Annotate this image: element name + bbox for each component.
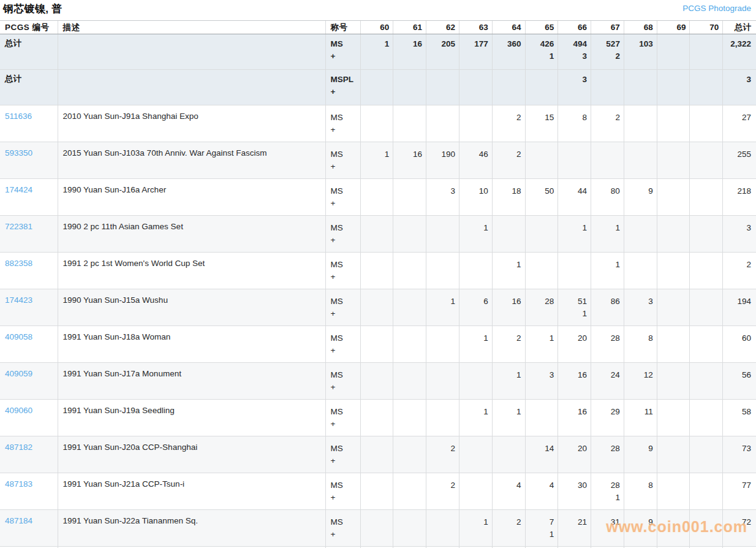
designation-cell: MS+ [325, 105, 360, 142]
cell-value: 194 [724, 295, 751, 308]
description-cell: 2015 Yuan Sun-J103a 70th Anniv. War Agai… [58, 142, 325, 179]
table-row: 5933502015 Yuan Sun-J103a 70th Anniv. Wa… [0, 142, 756, 179]
cell-value: 1 [461, 406, 488, 418]
pcgs-id-cell: 487182 [0, 436, 58, 473]
cell-value: 18 [494, 185, 521, 197]
table-row: 1744231990 Yuan Sun-J15a WushuMS+1616285… [0, 289, 756, 326]
grade-cell-66: 20 [558, 326, 591, 363]
pcgs-id-cell: 409060 [0, 400, 58, 436]
pcgs-id-link[interactable]: 487184 [5, 516, 32, 525]
cell-value: 14 [527, 443, 554, 455]
pcgs-id-link[interactable]: 487182 [5, 443, 32, 452]
cell-value: 20 [559, 443, 587, 455]
pcgs-id-link[interactable]: 593350 [5, 148, 32, 158]
grade-cell-68: 12 [624, 363, 657, 400]
pcgs-id-link[interactable]: 409060 [5, 406, 32, 415]
cell-value: 9 [626, 443, 653, 455]
grade-cell-62: 1 [426, 289, 459, 326]
pcgs-id-link[interactable]: 722381 [5, 222, 32, 231]
cell-value: MS [331, 112, 358, 124]
designation-cell: MS+ [325, 253, 360, 289]
pcgs-id-link[interactable]: 174424 [5, 185, 32, 194]
grade-cell-63: 177 [459, 34, 492, 70]
grade-cell-68: 8 [624, 473, 657, 510]
total-cell: 56 [723, 363, 756, 400]
cell-value: 16 [559, 369, 587, 381]
description-cell: 1991 2 pc 1st Women's World Cup Set [58, 253, 325, 289]
grade-cell-70 [690, 326, 723, 363]
grade-cell-60 [360, 400, 393, 436]
cell-value: 1 [494, 406, 521, 418]
grade-cell-67: 1 [591, 253, 624, 289]
photograde-link[interactable]: PCGS Photograde [682, 4, 751, 13]
header-cell-61: 61 [393, 21, 426, 34]
cell-value: 2 [494, 148, 521, 161]
grade-cell-65: 71 [525, 510, 558, 547]
cell-plus-count: 1 [559, 308, 587, 320]
cell-value: 27 [724, 112, 751, 124]
grade-cell-62: 2 [426, 473, 459, 510]
total-cell: 77 [723, 473, 756, 510]
table-row: 4090581991 Yuan Sun-J18a WomanMS+1212028… [0, 326, 756, 363]
pcgs-id-cell: 722381 [0, 216, 58, 253]
cell-value: 177 [461, 38, 488, 50]
pcgs-id-cell: 511636 [0, 105, 58, 142]
grade-cell-70 [690, 105, 723, 142]
cell-value: 1 [461, 516, 488, 528]
header-cell-60: 60 [360, 21, 393, 34]
grade-cell-69 [657, 436, 690, 473]
grade-cell-64 [492, 70, 525, 105]
grade-cell-66: 16 [558, 363, 591, 400]
top-bar: 钢芯镀镍, 普 PCGS Photograde [0, 0, 756, 20]
designation-cell: MS+ [325, 436, 360, 473]
cell-value: 1 [527, 332, 554, 344]
grade-cell-69 [657, 400, 690, 436]
pcgs-id-link[interactable]: 409059 [5, 369, 32, 378]
cell-value: 1 [461, 332, 488, 344]
cell-value: 426 [527, 38, 554, 50]
header-cell-69: 69 [657, 21, 690, 34]
cell-value: 77 [724, 479, 751, 492]
cell-value: MS [331, 295, 358, 308]
description-cell: 1990 Yuan Sun-J16a Archer [58, 179, 325, 216]
table-header-row: PCGS 编号描述称号6061626364656667686970总计 [0, 21, 756, 34]
cell-value: 28 [592, 332, 620, 344]
grade-cell-67: 31 [591, 510, 624, 547]
pcgs-id-link[interactable]: 882358 [5, 259, 32, 268]
total-cell: 72 [723, 510, 756, 547]
pcgs-id-link[interactable]: 174423 [5, 295, 32, 305]
cell-value: 12 [626, 369, 653, 381]
cell-value: MS [331, 148, 358, 161]
pcgs-id-link[interactable]: 487183 [5, 479, 32, 489]
header-cell-67: 67 [591, 21, 624, 34]
pcgs-id-link[interactable]: 511636 [5, 112, 32, 121]
total-cell: 73 [723, 436, 756, 473]
designation-cell: MS+ [325, 363, 360, 400]
cell-plus-count: + [331, 271, 358, 283]
grade-cell-62 [426, 253, 459, 289]
cell-plus-count: + [331, 455, 358, 467]
pcgs-id-cell: 593350 [0, 142, 58, 179]
grade-cell-64: 1 [492, 363, 525, 400]
header-cell-66: 66 [558, 21, 591, 34]
grade-cell-61 [393, 179, 426, 216]
cell-value: 86 [592, 295, 620, 308]
grade-cell-60 [360, 363, 393, 400]
cell-value: 205 [428, 38, 455, 50]
grade-cell-67: 281 [591, 473, 624, 510]
cell-value: 255 [724, 148, 751, 161]
pcgs-id-link[interactable]: 409058 [5, 332, 32, 341]
cell-plus-count: + [331, 86, 358, 98]
total-cell: 218 [723, 179, 756, 216]
grade-cell-64: 2 [492, 326, 525, 363]
designation-cell: MS+ [325, 473, 360, 510]
grade-cell-69 [657, 216, 690, 253]
header-cell-64: 64 [492, 21, 525, 34]
grade-cell-69 [657, 326, 690, 363]
cell-value: 16 [395, 148, 422, 161]
grade-cell-68: 9 [624, 436, 657, 473]
grade-cell-67: 2 [591, 105, 624, 142]
cell-value: 1 [559, 222, 587, 234]
cell-value: MS [331, 259, 358, 271]
grade-cell-69 [657, 70, 690, 105]
